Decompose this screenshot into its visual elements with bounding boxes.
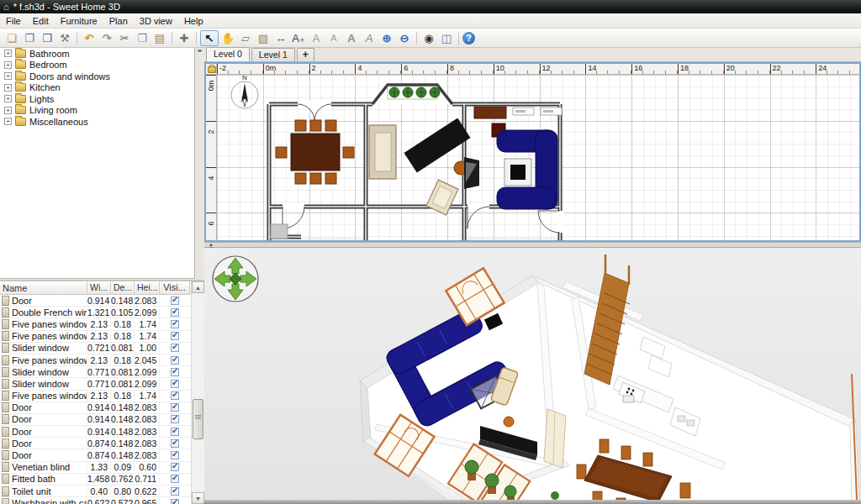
expand-icon[interactable]: + <box>4 50 12 57</box>
table-row[interactable]: Door 0.914 0.148 2.083 <box>0 402 192 414</box>
visible-checkbox[interactable] <box>171 428 179 436</box>
scroll-down-icon[interactable]: ▼ <box>192 492 204 504</box>
rotate-text-icon[interactable]: A <box>308 31 325 45</box>
catalog-category-row[interactable]: + Kitchen <box>0 82 194 94</box>
sofa-2d[interactable] <box>369 125 396 179</box>
table-row[interactable]: Door 0.914 0.148 2.083 <box>0 426 192 438</box>
visible-checkbox[interactable] <box>171 320 179 328</box>
tab-level-0[interactable]: Level 0 <box>206 47 250 61</box>
table-row[interactable]: Fitted bath 1.458 0.762 0.711 <box>0 474 192 486</box>
menu-item[interactable]: Edit <box>27 15 55 27</box>
create-walls-icon[interactable]: ▱ <box>237 31 254 45</box>
open-icon[interactable]: ❐ <box>21 31 38 45</box>
fireplace-2d[interactable] <box>464 157 479 189</box>
expand-icon[interactable]: + <box>4 107 12 114</box>
table-row[interactable]: Slider window 0.721 0.081 1.00 <box>0 343 192 354</box>
expand-icon[interactable]: + <box>4 72 12 80</box>
cupboard-3d[interactable] <box>544 409 566 468</box>
visible-checkbox[interactable] <box>171 391 179 400</box>
zoom-in-icon[interactable]: ⊕ <box>378 31 395 45</box>
add-level-button[interactable]: + <box>297 48 314 61</box>
undo-icon[interactable]: ↶ <box>81 31 98 45</box>
help-icon[interactable]: ? <box>462 32 475 45</box>
wall-shelf[interactable] <box>513 108 562 115</box>
copy-icon[interactable]: ❐ <box>134 31 151 45</box>
sideboard-2d[interactable] <box>474 107 506 118</box>
visible-checkbox[interactable] <box>171 415 179 423</box>
table-row[interactable]: Five panes window 2.13 0.18 1.74 <box>0 318 192 330</box>
new-document-icon[interactable]: ❏ <box>3 31 20 45</box>
text-size-icon[interactable]: A <box>325 31 342 45</box>
plant-3d[interactable] <box>551 491 559 500</box>
cut-icon[interactable]: ✂ <box>116 31 133 45</box>
catalog-category-row[interactable]: + Doors and windows <box>0 71 194 82</box>
visible-checkbox[interactable] <box>171 475 179 483</box>
visible-checkbox[interactable] <box>171 368 179 376</box>
select-icon[interactable]: ↖ <box>200 30 219 46</box>
tab-level-1[interactable]: Level 1 <box>251 48 295 61</box>
paste-icon[interactable]: ▤ <box>151 31 168 45</box>
plan-view[interactable]: -20m24681012141618202224 0m246 N <box>204 62 861 242</box>
visible-checkbox[interactable] <box>171 332 179 340</box>
table-row[interactable]: Venetian blind 1.33 0.09 0.60 <box>0 462 192 474</box>
menu-item[interactable]: Plan <box>103 15 134 27</box>
visible-checkbox[interactable] <box>171 308 179 317</box>
pan-icon[interactable]: ✋ <box>219 31 236 45</box>
visible-checkbox[interactable] <box>171 499 179 504</box>
plan-compass[interactable]: N <box>231 75 258 108</box>
zoom-out-icon[interactable]: ⊖ <box>396 31 413 45</box>
dining-table[interactable] <box>276 120 354 184</box>
column-header-depth[interactable]: De... <box>111 281 135 294</box>
table-row[interactable]: Slider window 0.771 0.081 2.099 <box>0 366 192 378</box>
armchair-2d[interactable] <box>426 180 458 215</box>
italic-icon[interactable]: A <box>361 31 378 45</box>
title-bar[interactable]: ⌂ * f.sh3d - Sweet Home 3D <box>0 0 861 13</box>
visible-checkbox[interactable] <box>171 403 179 412</box>
table-row[interactable]: Double French win... 1.321 0.105 2.099 <box>0 307 192 318</box>
menu-item[interactable]: Help <box>178 15 209 27</box>
add-furniture-icon[interactable]: ✚ <box>176 31 193 45</box>
catalog-category-row[interactable]: + Bathroom <box>0 48 194 60</box>
scroll-up-icon[interactable]: ▲ <box>192 281 204 293</box>
navigation-compass[interactable] <box>209 253 261 305</box>
scrollbar-thumb[interactable] <box>193 399 203 439</box>
column-header-name[interactable]: Name <box>0 281 87 294</box>
table-row[interactable]: Door 0.914 0.148 2.083 <box>0 414 192 426</box>
table-row[interactable]: Five panes window 2.13 0.18 1.74 <box>0 391 192 402</box>
plan-canvas[interactable]: N <box>217 75 859 240</box>
expand-icon[interactable]: + <box>4 84 12 92</box>
house-3d[interactable] <box>360 255 859 504</box>
column-header-height[interactable]: Hei... <box>135 281 160 294</box>
horizontal-splitter[interactable]: ▲▼ <box>204 242 861 248</box>
bold-icon[interactable]: A <box>343 31 360 45</box>
table-row[interactable]: Door 0.874 0.148 2.083 <box>0 449 192 461</box>
expand-icon[interactable]: + <box>4 61 12 69</box>
catalog-category-row[interactable]: + Lights <box>0 93 194 105</box>
expand-icon[interactable]: + <box>4 118 12 125</box>
table-row[interactable]: Five panes window 2.13 0.18 2.045 <box>0 354 192 366</box>
table-row[interactable]: Slider window 0.771 0.081 2.099 <box>0 378 192 390</box>
view-3d[interactable] <box>204 248 861 504</box>
menu-item[interactable]: Furniture <box>55 15 103 27</box>
menu-item[interactable]: 3D view <box>134 15 178 27</box>
table-row[interactable]: Toilet unit 0.40 0.80 0.622 <box>0 486 192 497</box>
create-video-icon[interactable]: ◫ <box>438 31 455 45</box>
visible-checkbox[interactable] <box>171 487 179 496</box>
table-scrollbar[interactable]: ▲ ▼ <box>191 281 204 504</box>
visible-checkbox[interactable] <box>171 463 179 471</box>
visible-checkbox[interactable] <box>171 344 179 352</box>
preferences-icon[interactable]: ⚒ <box>56 31 73 45</box>
catalog-category-row[interactable]: + Miscellaneous <box>0 116 194 128</box>
catalog-category-row[interactable]: + Bedroom <box>0 60 194 71</box>
create-rooms-icon[interactable]: ▧ <box>255 31 272 45</box>
create-dimensions-icon[interactable]: ↔ <box>272 31 289 45</box>
stool-3d[interactable] <box>504 417 514 427</box>
visible-checkbox[interactable] <box>171 451 179 459</box>
catalog-category-row[interactable]: + Living room <box>0 105 194 117</box>
expand-icon[interactable]: + <box>4 95 12 102</box>
redo-icon[interactable]: ↷ <box>98 31 115 45</box>
tv-2d[interactable] <box>504 159 531 186</box>
save-icon[interactable]: ❒ <box>39 31 55 45</box>
visible-checkbox[interactable] <box>171 439 179 448</box>
visible-checkbox[interactable] <box>171 356 179 365</box>
